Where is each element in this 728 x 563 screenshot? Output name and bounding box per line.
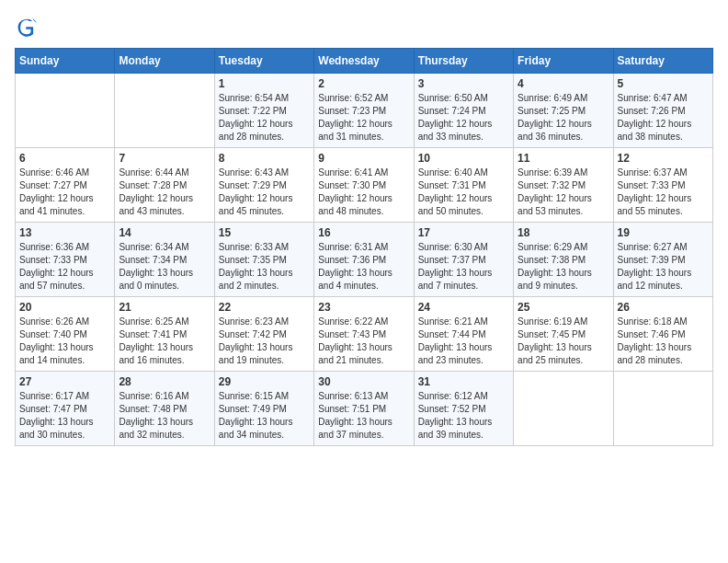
calendar-cell: 18Sunrise: 6:29 AM Sunset: 7:38 PM Dayli…	[514, 223, 613, 297]
day-info: Sunrise: 6:23 AM Sunset: 7:42 PM Dayligh…	[219, 316, 310, 367]
day-number: 16	[318, 226, 409, 239]
calendar-cell: 26Sunrise: 6:18 AM Sunset: 7:46 PM Dayli…	[613, 297, 712, 372]
calendar-cell: 7Sunrise: 6:44 AM Sunset: 7:28 PM Daylig…	[115, 148, 214, 223]
calendar-cell: 9Sunrise: 6:41 AM Sunset: 7:30 PM Daylig…	[314, 148, 414, 223]
calendar-cell: 14Sunrise: 6:34 AM Sunset: 7:34 PM Dayli…	[115, 223, 214, 297]
day-info: Sunrise: 6:29 AM Sunset: 7:38 PM Dayligh…	[518, 241, 609, 293]
page-header	[15, 15, 713, 40]
calendar-cell: 17Sunrise: 6:30 AM Sunset: 7:37 PM Dayli…	[414, 223, 513, 297]
day-info: Sunrise: 6:41 AM Sunset: 7:30 PM Dayligh…	[318, 167, 409, 218]
header-day-saturday: Saturday	[613, 49, 712, 74]
day-info: Sunrise: 6:22 AM Sunset: 7:43 PM Dayligh…	[318, 316, 409, 367]
day-info: Sunrise: 6:15 AM Sunset: 7:49 PM Dayligh…	[219, 390, 310, 442]
day-number: 11	[518, 152, 609, 165]
calendar-cell: 3Sunrise: 6:50 AM Sunset: 7:24 PM Daylig…	[414, 74, 513, 148]
day-number: 12	[618, 152, 709, 165]
calendar-cell: 5Sunrise: 6:47 AM Sunset: 7:26 PM Daylig…	[613, 74, 712, 148]
day-number: 25	[518, 301, 609, 314]
week-row-1: 1Sunrise: 6:54 AM Sunset: 7:22 PM Daylig…	[16, 74, 713, 148]
day-number: 7	[119, 152, 210, 165]
week-row-2: 6Sunrise: 6:46 AM Sunset: 7:27 PM Daylig…	[16, 148, 713, 223]
day-number: 27	[19, 375, 110, 388]
calendar-cell: 28Sunrise: 6:16 AM Sunset: 7:48 PM Dayli…	[115, 372, 214, 446]
calendar-cell: 24Sunrise: 6:21 AM Sunset: 7:44 PM Dayli…	[414, 297, 513, 372]
header-row: SundayMondayTuesdayWednesdayThursdayFrid…	[16, 49, 713, 74]
logo-icon	[15, 15, 40, 40]
calendar-cell: 23Sunrise: 6:22 AM Sunset: 7:43 PM Dayli…	[314, 297, 414, 372]
calendar-cell: 16Sunrise: 6:31 AM Sunset: 7:36 PM Dayli…	[314, 223, 414, 297]
calendar-cell	[16, 74, 115, 148]
calendar-cell	[613, 372, 712, 446]
calendar-cell: 4Sunrise: 6:49 AM Sunset: 7:25 PM Daylig…	[514, 74, 613, 148]
day-number: 23	[318, 301, 409, 314]
day-number: 26	[618, 301, 709, 314]
day-number: 30	[318, 375, 409, 388]
calendar-cell: 20Sunrise: 6:26 AM Sunset: 7:40 PM Dayli…	[16, 297, 115, 372]
day-number: 9	[318, 152, 409, 165]
day-info: Sunrise: 6:19 AM Sunset: 7:45 PM Dayligh…	[518, 316, 609, 367]
calendar-cell: 29Sunrise: 6:15 AM Sunset: 7:49 PM Dayli…	[214, 372, 313, 446]
header-day-thursday: Thursday	[414, 49, 513, 74]
day-info: Sunrise: 6:25 AM Sunset: 7:41 PM Dayligh…	[119, 316, 210, 367]
day-info: Sunrise: 6:37 AM Sunset: 7:33 PM Dayligh…	[618, 167, 709, 218]
day-info: Sunrise: 6:30 AM Sunset: 7:37 PM Dayligh…	[418, 241, 509, 293]
calendar-cell: 27Sunrise: 6:17 AM Sunset: 7:47 PM Dayli…	[16, 372, 115, 446]
day-info: Sunrise: 6:12 AM Sunset: 7:52 PM Dayligh…	[418, 390, 509, 442]
day-info: Sunrise: 6:50 AM Sunset: 7:24 PM Dayligh…	[418, 92, 509, 144]
day-info: Sunrise: 6:21 AM Sunset: 7:44 PM Dayligh…	[418, 316, 509, 367]
day-info: Sunrise: 6:39 AM Sunset: 7:32 PM Dayligh…	[518, 167, 609, 218]
header-day-monday: Monday	[115, 49, 214, 74]
day-info: Sunrise: 6:17 AM Sunset: 7:47 PM Dayligh…	[19, 390, 110, 442]
day-info: Sunrise: 6:26 AM Sunset: 7:40 PM Dayligh…	[19, 316, 110, 367]
day-info: Sunrise: 6:43 AM Sunset: 7:29 PM Dayligh…	[219, 167, 310, 218]
day-number: 6	[19, 152, 110, 165]
calendar-cell: 21Sunrise: 6:25 AM Sunset: 7:41 PM Dayli…	[115, 297, 214, 372]
day-info: Sunrise: 6:47 AM Sunset: 7:26 PM Dayligh…	[618, 92, 709, 144]
calendar-cell	[115, 74, 214, 148]
day-number: 8	[219, 152, 310, 165]
day-number: 3	[418, 77, 509, 90]
calendar-table: SundayMondayTuesdayWednesdayThursdayFrid…	[15, 48, 713, 446]
calendar-cell: 13Sunrise: 6:36 AM Sunset: 7:33 PM Dayli…	[16, 223, 115, 297]
calendar-cell: 30Sunrise: 6:13 AM Sunset: 7:51 PM Dayli…	[314, 372, 414, 446]
day-info: Sunrise: 6:31 AM Sunset: 7:36 PM Dayligh…	[318, 241, 409, 293]
day-number: 20	[19, 301, 110, 314]
day-info: Sunrise: 6:46 AM Sunset: 7:27 PM Dayligh…	[19, 167, 110, 218]
day-number: 19	[618, 226, 709, 239]
calendar-cell: 15Sunrise: 6:33 AM Sunset: 7:35 PM Dayli…	[214, 223, 313, 297]
header-day-friday: Friday	[514, 49, 613, 74]
day-info: Sunrise: 6:40 AM Sunset: 7:31 PM Dayligh…	[418, 167, 509, 218]
header-day-tuesday: Tuesday	[214, 49, 313, 74]
day-number: 17	[418, 226, 509, 239]
calendar-cell: 19Sunrise: 6:27 AM Sunset: 7:39 PM Dayli…	[613, 223, 712, 297]
calendar-cell	[514, 372, 613, 446]
day-info: Sunrise: 6:33 AM Sunset: 7:35 PM Dayligh…	[219, 241, 310, 293]
day-info: Sunrise: 6:52 AM Sunset: 7:23 PM Dayligh…	[318, 92, 409, 144]
day-info: Sunrise: 6:34 AM Sunset: 7:34 PM Dayligh…	[119, 241, 210, 293]
day-number: 18	[518, 226, 609, 239]
day-number: 4	[518, 77, 609, 90]
calendar-cell: 1Sunrise: 6:54 AM Sunset: 7:22 PM Daylig…	[214, 74, 313, 148]
calendar-cell: 31Sunrise: 6:12 AM Sunset: 7:52 PM Dayli…	[414, 372, 513, 446]
day-number: 22	[219, 301, 310, 314]
calendar-cell: 6Sunrise: 6:46 AM Sunset: 7:27 PM Daylig…	[16, 148, 115, 223]
day-number: 29	[219, 375, 310, 388]
day-number: 2	[318, 77, 409, 90]
logo	[15, 15, 44, 40]
calendar-cell: 25Sunrise: 6:19 AM Sunset: 7:45 PM Dayli…	[514, 297, 613, 372]
header-day-sunday: Sunday	[16, 49, 115, 74]
week-row-4: 20Sunrise: 6:26 AM Sunset: 7:40 PM Dayli…	[16, 297, 713, 372]
calendar-cell: 2Sunrise: 6:52 AM Sunset: 7:23 PM Daylig…	[314, 74, 414, 148]
week-row-5: 27Sunrise: 6:17 AM Sunset: 7:47 PM Dayli…	[16, 372, 713, 446]
day-number: 13	[19, 226, 110, 239]
day-number: 28	[119, 375, 210, 388]
day-info: Sunrise: 6:27 AM Sunset: 7:39 PM Dayligh…	[618, 241, 709, 293]
calendar-cell: 11Sunrise: 6:39 AM Sunset: 7:32 PM Dayli…	[514, 148, 613, 223]
calendar-cell: 10Sunrise: 6:40 AM Sunset: 7:31 PM Dayli…	[414, 148, 513, 223]
day-info: Sunrise: 6:44 AM Sunset: 7:28 PM Dayligh…	[119, 167, 210, 218]
calendar-cell: 8Sunrise: 6:43 AM Sunset: 7:29 PM Daylig…	[214, 148, 313, 223]
day-info: Sunrise: 6:13 AM Sunset: 7:51 PM Dayligh…	[318, 390, 409, 442]
day-info: Sunrise: 6:18 AM Sunset: 7:46 PM Dayligh…	[618, 316, 709, 367]
day-number: 24	[418, 301, 509, 314]
day-number: 14	[119, 226, 210, 239]
